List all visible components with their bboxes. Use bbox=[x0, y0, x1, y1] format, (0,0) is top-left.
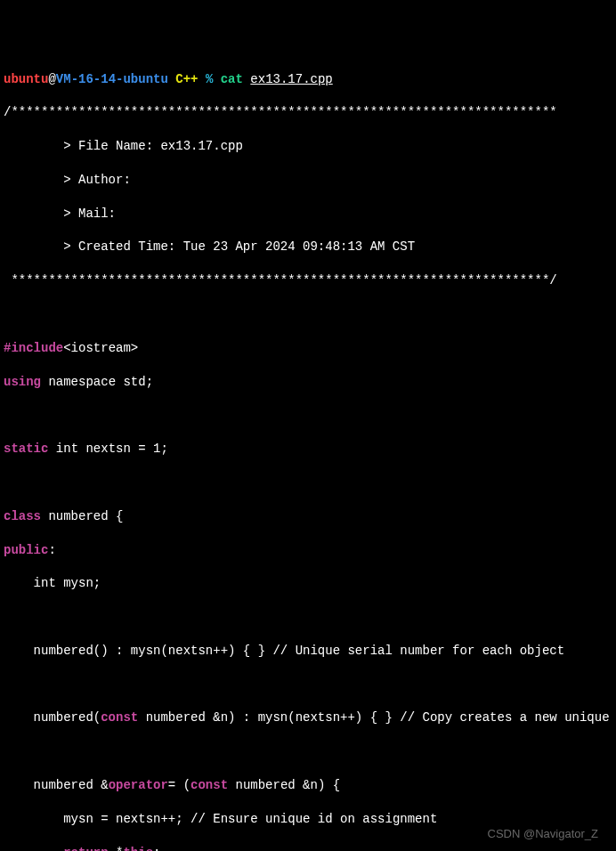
code-line: ****************************************… bbox=[4, 272, 612, 289]
prompt-line-1[interactable]: ubuntu@VM-16-14-ubuntu C++ % cat ex13.17… bbox=[4, 71, 612, 88]
comment: // Ensure unique id on assignment bbox=[190, 812, 437, 826]
keyword-class: class bbox=[4, 509, 41, 523]
keyword-public: public bbox=[4, 543, 48, 557]
code-line: static int nextsn = 1; bbox=[4, 441, 612, 458]
code-line bbox=[4, 677, 612, 693]
code-line: using namespace std; bbox=[4, 374, 612, 391]
code-text: numbered &n) : mysn(nextsn++) { } bbox=[138, 710, 400, 725]
keyword-return: return bbox=[63, 846, 108, 851]
code-text: ; bbox=[153, 846, 160, 851]
comment: // Copy creates a new unique id bbox=[400, 710, 616, 725]
keyword-static: static bbox=[4, 442, 48, 456]
code-text bbox=[4, 846, 63, 851]
keyword-this: this bbox=[123, 846, 153, 851]
code-text: = ( bbox=[168, 778, 190, 792]
code-line: > Created Time: Tue 23 Apr 2024 09:48:13… bbox=[4, 239, 612, 255]
code-line: /***************************************… bbox=[4, 104, 612, 121]
comment: // Unique serial number for each object bbox=[272, 644, 564, 658]
code-line: > Author: bbox=[4, 172, 612, 189]
code-text: numbered &n) { bbox=[228, 778, 340, 792]
code-text: mysn = nextsn++; bbox=[4, 812, 190, 826]
code-line bbox=[4, 407, 612, 424]
code-text: namespace std; bbox=[41, 375, 153, 389]
code-line: int mysn; bbox=[4, 575, 612, 592]
keyword-operator: operator bbox=[109, 778, 168, 792]
code-line: numbered &operator= (const numbered &n) … bbox=[4, 777, 612, 794]
code-text: numbered & bbox=[4, 778, 109, 792]
code-line: numbered() : mysn(nextsn++) { } // Uniqu… bbox=[4, 643, 612, 660]
code-line bbox=[4, 609, 612, 626]
code-line bbox=[4, 306, 612, 323]
code-line: > Mail: bbox=[4, 206, 612, 223]
code-text: : bbox=[48, 543, 55, 557]
code-line: public: bbox=[4, 542, 612, 559]
code-text: numbered { bbox=[41, 509, 123, 523]
code-line: class numbered { bbox=[4, 508, 612, 525]
code-line: > File Name: ex13.17.cpp bbox=[4, 138, 612, 155]
code-line: numbered(const numbered &n) : mysn(nexts… bbox=[4, 709, 612, 726]
keyword-const: const bbox=[101, 710, 138, 725]
code-text: * bbox=[109, 846, 124, 851]
shell-cmd-cat: cat bbox=[221, 72, 243, 86]
keyword-include: #include bbox=[4, 341, 63, 355]
at-symbol: @ bbox=[48, 72, 55, 86]
code-text: int nextsn = 1; bbox=[48, 442, 167, 456]
keyword-using: using bbox=[4, 375, 41, 389]
shell-pct: % bbox=[206, 72, 213, 86]
code-text: <iostream> bbox=[63, 341, 138, 355]
code-line: mysn = nextsn++; // Ensure unique id on … bbox=[4, 811, 612, 828]
code-text: numbered( bbox=[4, 710, 101, 725]
code-line: return *this; bbox=[4, 845, 612, 851]
shell-arg-file: ex13.17.cpp bbox=[250, 72, 332, 86]
watermark-text: CSDN @Navigator_Z bbox=[488, 826, 598, 842]
shell-host: VM-16-14-ubuntu bbox=[56, 72, 168, 86]
code-line: #include<iostream> bbox=[4, 340, 612, 357]
shell-path: C++ bbox=[175, 72, 198, 86]
code-line bbox=[4, 743, 612, 760]
keyword-const: const bbox=[190, 778, 228, 792]
shell-user: ubuntu bbox=[4, 72, 48, 86]
code-text: numbered() : mysn(nextsn++) { } bbox=[4, 644, 272, 658]
code-line bbox=[4, 474, 612, 491]
